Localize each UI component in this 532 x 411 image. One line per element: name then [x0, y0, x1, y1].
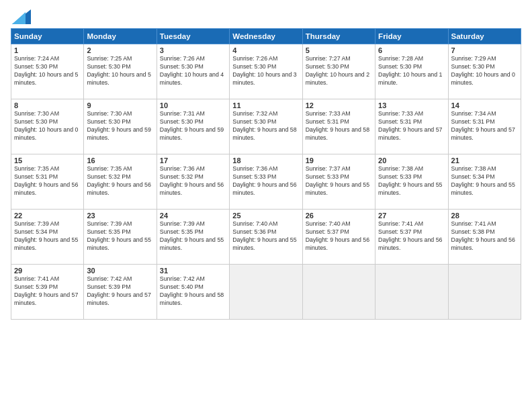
calendar-cell: 4Sunrise: 7:26 AMSunset: 5:30 PMDaylight…: [230, 44, 302, 99]
day-number: 14: [451, 101, 518, 109]
calendar-week-3: 15Sunrise: 7:35 AMSunset: 5:31 PMDayligh…: [11, 154, 521, 210]
day-number: 22: [14, 212, 81, 220]
cell-info: Sunrise: 7:27 AMSunset: 5:30 PMDaylight:…: [306, 55, 372, 87]
page: SundayMondayTuesdayWednesdayThursdayFrid…: [0, 0, 532, 411]
calendar-week-1: 1Sunrise: 7:24 AMSunset: 5:30 PMDaylight…: [11, 44, 521, 99]
calendar-cell: 1Sunrise: 7:24 AMSunset: 5:30 PMDaylight…: [11, 44, 84, 99]
day-number: 4: [232, 46, 299, 54]
calendar-cell: [302, 265, 375, 320]
calendar-cell: 3Sunrise: 7:26 AMSunset: 5:30 PMDaylight…: [157, 44, 229, 99]
calendar-cell: 5Sunrise: 7:27 AMSunset: 5:30 PMDaylight…: [302, 44, 375, 99]
day-number: 1: [14, 46, 81, 54]
calendar-header-row: SundayMondayTuesdayWednesdayThursdayFrid…: [11, 29, 521, 44]
cell-info: Sunrise: 7:38 AMSunset: 5:34 PMDaylight:…: [451, 165, 518, 197]
calendar-cell: 29Sunrise: 7:41 AMSunset: 5:39 PMDayligh…: [11, 265, 84, 320]
calendar-cell: 30Sunrise: 7:42 AMSunset: 5:39 PMDayligh…: [84, 265, 157, 320]
day-number: 18: [232, 156, 299, 165]
cell-info: Sunrise: 7:31 AMSunset: 5:30 PMDaylight:…: [160, 110, 226, 142]
day-number: 20: [378, 156, 445, 165]
calendar-cell: 19Sunrise: 7:37 AMSunset: 5:33 PMDayligh…: [302, 154, 375, 210]
calendar-cell: 8Sunrise: 7:30 AMSunset: 5:30 PMDaylight…: [11, 99, 84, 154]
cell-info: Sunrise: 7:40 AMSunset: 5:36 PMDaylight:…: [232, 220, 299, 253]
day-number: 7: [451, 46, 518, 54]
calendar-cell: 25Sunrise: 7:40 AMSunset: 5:36 PMDayligh…: [230, 210, 302, 265]
calendar-week-2: 8Sunrise: 7:30 AMSunset: 5:30 PMDaylight…: [11, 99, 521, 154]
calendar-cell: 16Sunrise: 7:35 AMSunset: 5:32 PMDayligh…: [84, 154, 157, 210]
day-number: 5: [306, 46, 372, 54]
day-number: 19: [306, 156, 372, 165]
cell-info: Sunrise: 7:40 AMSunset: 5:37 PMDaylight:…: [306, 220, 372, 253]
calendar-header-thursday: Thursday: [302, 29, 375, 44]
day-number: 25: [232, 212, 299, 220]
calendar-cell: 26Sunrise: 7:40 AMSunset: 5:37 PMDayligh…: [302, 210, 375, 265]
cell-info: Sunrise: 7:34 AMSunset: 5:31 PMDaylight:…: [451, 110, 518, 142]
calendar-cell: [375, 265, 448, 320]
calendar-cell: 24Sunrise: 7:39 AMSunset: 5:35 PMDayligh…: [157, 210, 229, 265]
cell-info: Sunrise: 7:30 AMSunset: 5:30 PMDaylight:…: [14, 110, 81, 142]
day-number: 6: [378, 46, 445, 54]
calendar-cell: [230, 265, 302, 320]
logo: [11, 9, 31, 21]
day-number: 2: [87, 46, 153, 54]
calendar-cell: 2Sunrise: 7:25 AMSunset: 5:30 PMDaylight…: [84, 44, 157, 99]
day-number: 23: [87, 212, 153, 220]
day-number: 31: [160, 267, 226, 275]
calendar-cell: 11Sunrise: 7:32 AMSunset: 5:30 PMDayligh…: [230, 99, 302, 154]
calendar-header-wednesday: Wednesday: [230, 29, 302, 44]
calendar-header-monday: Monday: [84, 29, 157, 44]
logo-icon: [12, 9, 31, 24]
day-number: 8: [14, 101, 81, 109]
cell-info: Sunrise: 7:39 AMSunset: 5:35 PMDaylight:…: [160, 220, 226, 253]
day-number: 17: [160, 156, 226, 165]
calendar-cell: 14Sunrise: 7:34 AMSunset: 5:31 PMDayligh…: [448, 99, 521, 154]
calendar-cell: 22Sunrise: 7:39 AMSunset: 5:34 PMDayligh…: [11, 210, 84, 265]
cell-info: Sunrise: 7:26 AMSunset: 5:30 PMDaylight:…: [160, 55, 226, 87]
calendar-week-5: 29Sunrise: 7:41 AMSunset: 5:39 PMDayligh…: [11, 265, 521, 320]
calendar-cell: 27Sunrise: 7:41 AMSunset: 5:37 PMDayligh…: [375, 210, 448, 265]
cell-info: Sunrise: 7:25 AMSunset: 5:30 PMDaylight:…: [87, 55, 153, 87]
calendar-cell: 6Sunrise: 7:28 AMSunset: 5:30 PMDaylight…: [375, 44, 448, 99]
cell-info: Sunrise: 7:41 AMSunset: 5:39 PMDaylight:…: [14, 275, 81, 308]
cell-info: Sunrise: 7:28 AMSunset: 5:30 PMDaylight:…: [378, 55, 445, 87]
svg-marker-1: [12, 12, 26, 24]
day-number: 10: [160, 101, 226, 109]
day-number: 3: [160, 46, 226, 54]
cell-info: Sunrise: 7:35 AMSunset: 5:32 PMDaylight:…: [87, 165, 153, 197]
cell-info: Sunrise: 7:39 AMSunset: 5:35 PMDaylight:…: [87, 220, 153, 253]
calendar-cell: 23Sunrise: 7:39 AMSunset: 5:35 PMDayligh…: [84, 210, 157, 265]
calendar-cell: [448, 265, 521, 320]
day-number: 9: [87, 101, 153, 109]
cell-info: Sunrise: 7:39 AMSunset: 5:34 PMDaylight:…: [14, 220, 81, 253]
calendar-cell: 31Sunrise: 7:42 AMSunset: 5:40 PMDayligh…: [157, 265, 229, 320]
day-number: 26: [306, 212, 372, 220]
cell-info: Sunrise: 7:30 AMSunset: 5:30 PMDaylight:…: [87, 110, 153, 142]
day-number: 21: [451, 156, 518, 165]
calendar-cell: 21Sunrise: 7:38 AMSunset: 5:34 PMDayligh…: [448, 154, 521, 210]
calendar-cell: 28Sunrise: 7:41 AMSunset: 5:38 PMDayligh…: [448, 210, 521, 265]
cell-info: Sunrise: 7:26 AMSunset: 5:30 PMDaylight:…: [232, 55, 299, 87]
calendar-table: SundayMondayTuesdayWednesdayThursdayFrid…: [11, 28, 521, 320]
day-number: 13: [378, 101, 445, 109]
cell-info: Sunrise: 7:36 AMSunset: 5:32 PMDaylight:…: [160, 165, 226, 197]
cell-info: Sunrise: 7:35 AMSunset: 5:31 PMDaylight:…: [14, 165, 81, 197]
calendar-cell: 9Sunrise: 7:30 AMSunset: 5:30 PMDaylight…: [84, 99, 157, 154]
day-number: 29: [14, 267, 81, 275]
day-number: 11: [232, 101, 299, 109]
calendar-cell: 13Sunrise: 7:33 AMSunset: 5:31 PMDayligh…: [375, 99, 448, 154]
cell-info: Sunrise: 7:42 AMSunset: 5:40 PMDaylight:…: [160, 275, 226, 308]
calendar-header-tuesday: Tuesday: [157, 29, 229, 44]
calendar-cell: 17Sunrise: 7:36 AMSunset: 5:32 PMDayligh…: [157, 154, 229, 210]
cell-info: Sunrise: 7:42 AMSunset: 5:39 PMDaylight:…: [87, 275, 153, 308]
calendar-header-saturday: Saturday: [448, 29, 521, 44]
cell-info: Sunrise: 7:36 AMSunset: 5:33 PMDaylight:…: [232, 165, 299, 197]
calendar-cell: 18Sunrise: 7:36 AMSunset: 5:33 PMDayligh…: [230, 154, 302, 210]
cell-info: Sunrise: 7:33 AMSunset: 5:31 PMDaylight:…: [378, 110, 445, 142]
cell-info: Sunrise: 7:32 AMSunset: 5:30 PMDaylight:…: [232, 110, 299, 142]
day-number: 24: [160, 212, 226, 220]
cell-info: Sunrise: 7:38 AMSunset: 5:33 PMDaylight:…: [378, 165, 445, 197]
calendar-cell: 15Sunrise: 7:35 AMSunset: 5:31 PMDayligh…: [11, 154, 84, 210]
calendar-cell: 12Sunrise: 7:33 AMSunset: 5:31 PMDayligh…: [302, 99, 375, 154]
header: [11, 9, 521, 21]
calendar-header-sunday: Sunday: [11, 29, 84, 44]
cell-info: Sunrise: 7:37 AMSunset: 5:33 PMDaylight:…: [306, 165, 372, 197]
